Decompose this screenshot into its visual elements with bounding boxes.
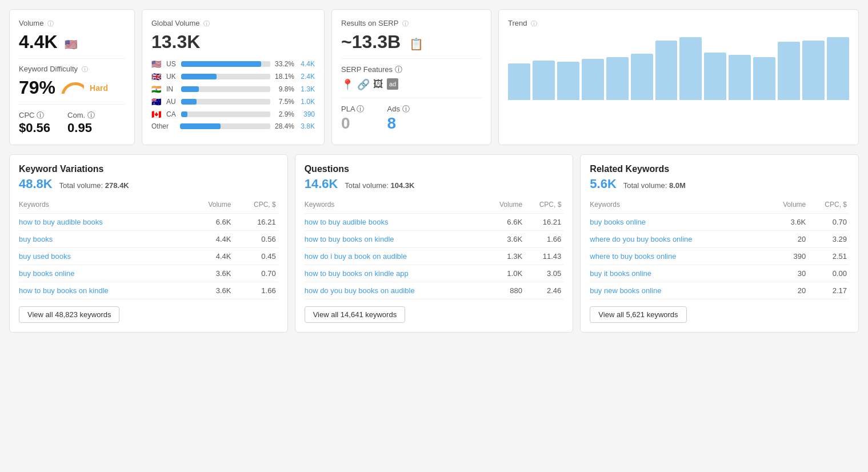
keyword-link[interactable]: how do you buy books on audible bbox=[305, 286, 415, 295]
trend-bar bbox=[582, 59, 604, 100]
table-row: how to buy audible books 6.6K 16.21 bbox=[19, 214, 278, 231]
kd-arc bbox=[61, 82, 84, 94]
country-code: AU bbox=[166, 98, 178, 106]
ads-value: 8 bbox=[387, 114, 409, 133]
questions-view-all-button[interactable]: View all 14,641 keywords bbox=[305, 306, 405, 323]
keyword-link[interactable]: buy books online bbox=[590, 218, 646, 226]
trend-info-icon[interactable]: ⓘ bbox=[531, 20, 537, 27]
keyword-link[interactable]: how to buy books on kindle bbox=[305, 235, 394, 243]
volume-cell: 4.4K bbox=[187, 231, 234, 248]
keyword-link[interactable]: where to buy books online bbox=[590, 252, 676, 261]
ads-info-icon[interactable]: ⓘ bbox=[402, 105, 410, 113]
trend-bar bbox=[557, 62, 579, 100]
trend-bar bbox=[704, 53, 726, 100]
country-flag: 🇦🇺 bbox=[151, 97, 163, 106]
com-info-icon[interactable]: ⓘ bbox=[87, 111, 95, 119]
volume-cell: 3.6K bbox=[485, 231, 525, 248]
keyword-link[interactable]: buy new books online bbox=[590, 286, 661, 295]
table-row: buy books 4.4K 0.56 bbox=[19, 231, 278, 248]
keyword-link[interactable]: buy books bbox=[19, 235, 53, 243]
cpc-cell: 3.29 bbox=[808, 231, 849, 248]
bar-fill bbox=[181, 74, 217, 79]
country-pct: 18.1% bbox=[274, 73, 294, 81]
ad-icon: ad bbox=[387, 78, 398, 90]
cpc-value: $0.56 bbox=[19, 121, 50, 135]
variations-total-value: 278.4K bbox=[105, 181, 129, 190]
keyword-link[interactable]: buy used books bbox=[19, 252, 71, 261]
other-bar-track bbox=[180, 123, 270, 129]
serp-features-label: SERP Features ⓘ bbox=[341, 65, 482, 75]
global-info-icon[interactable]: ⓘ bbox=[203, 20, 210, 27]
bar-track bbox=[181, 86, 270, 92]
keyword-link[interactable]: buy it books online bbox=[590, 269, 651, 278]
serp-info-icon[interactable]: ⓘ bbox=[402, 20, 409, 27]
keyword-link[interactable]: how to buy audible books bbox=[19, 218, 103, 226]
global-label: Global Volume ⓘ bbox=[151, 19, 315, 28]
questions-col-keywords: Keywords bbox=[305, 198, 485, 214]
volume-cell: 20 bbox=[766, 282, 808, 299]
other-row: Other 28.4% 3.8K bbox=[151, 122, 315, 130]
keyword-cell: how to buy audible books bbox=[19, 214, 187, 231]
volume-info-icon[interactable]: ⓘ bbox=[47, 20, 54, 27]
keyword-link[interactable]: where do you buy books online bbox=[590, 235, 692, 243]
serp-divider2 bbox=[341, 98, 482, 98]
pla-info-icon[interactable]: ⓘ bbox=[357, 105, 364, 113]
keyword-link[interactable]: how to buy books on kindle app bbox=[305, 269, 409, 278]
related-view-all-button[interactable]: View all 5,621 keywords bbox=[590, 306, 686, 323]
keyword-cell: buy books online bbox=[19, 265, 187, 282]
keyword-cell: how to buy books on kindle bbox=[19, 282, 187, 299]
cpc-cell: 1.66 bbox=[233, 282, 278, 299]
cpc-cell: 2.51 bbox=[808, 248, 849, 265]
related-col-keywords: Keywords bbox=[590, 198, 766, 214]
related-table: Keywords Volume CPC, $ buy books online … bbox=[590, 198, 849, 299]
country-code: IN bbox=[166, 85, 178, 93]
ads-item: Ads ⓘ 8 bbox=[387, 104, 409, 133]
cpc-info-icon[interactable]: ⓘ bbox=[37, 111, 44, 119]
serp-features-info-icon[interactable]: ⓘ bbox=[395, 65, 402, 74]
variations-title: Keyword Variations bbox=[19, 164, 278, 174]
trend-bar bbox=[827, 37, 849, 100]
variations-view-all-button[interactable]: View all 48,823 keywords bbox=[19, 306, 119, 323]
bar-fill bbox=[181, 111, 187, 117]
keyword-link[interactable]: how do i buy a book on audible bbox=[305, 252, 407, 261]
related-header: Related Keywords 5.6K Total volume: 8.0M bbox=[590, 164, 849, 191]
variations-header: Keyword Variations 48.8K Total volume: 2… bbox=[19, 164, 278, 191]
questions-total-value: 104.3K bbox=[391, 181, 415, 190]
cpc-cell: 1.66 bbox=[525, 231, 563, 248]
table-row: where to buy books online 390 2.51 bbox=[590, 248, 849, 265]
related-keywords-section: Related Keywords 5.6K Total volume: 8.0M… bbox=[580, 154, 859, 333]
image-icon: 🖼 bbox=[373, 78, 383, 91]
global-label-text: Global Volume bbox=[151, 19, 200, 27]
cpc-label-text: CPC bbox=[19, 111, 34, 119]
country-bar-item: 🇺🇸 US 33.2% 4.4K bbox=[151, 59, 315, 69]
related-total-value: 8.0M bbox=[669, 181, 686, 190]
keyword-link[interactable]: buy books online bbox=[19, 269, 75, 278]
keyword-cell: how to buy audible books bbox=[305, 214, 485, 231]
questions-section: Questions 14.6K Total volume: 104.3K Key… bbox=[295, 154, 574, 333]
kd-difficulty: Hard bbox=[90, 83, 108, 93]
cpc-item: CPC ⓘ $0.56 bbox=[19, 110, 50, 135]
bar-fill bbox=[181, 86, 199, 92]
keyword-link[interactable]: how to buy audible books bbox=[305, 218, 389, 226]
related-header-row: Keywords Volume CPC, $ bbox=[590, 198, 849, 214]
serp-number: ~13.3B bbox=[341, 31, 401, 52]
related-count: 5.6K bbox=[590, 177, 616, 191]
keyword-link[interactable]: how to buy books on kindle bbox=[19, 286, 109, 295]
related-total: Total volume: 8.0M bbox=[623, 181, 686, 190]
keyword-cell: where do you buy books online bbox=[590, 231, 766, 248]
volume-cell: 880 bbox=[485, 282, 525, 299]
other-pct: 28.4% bbox=[274, 122, 294, 130]
kd-info-icon[interactable]: ⓘ bbox=[82, 66, 88, 73]
volume-cell: 3.6K bbox=[187, 265, 234, 282]
cpc-cell: 0.00 bbox=[808, 265, 849, 282]
cpc-com-row: CPC ⓘ $0.56 Com. ⓘ 0.95 bbox=[19, 110, 125, 135]
keyword-cell: buy books bbox=[19, 231, 187, 248]
table-row: buy it books online 30 0.00 bbox=[590, 265, 849, 282]
bar-track bbox=[181, 99, 270, 105]
questions-total: Total volume: 104.3K bbox=[345, 181, 414, 190]
related-total-label: Total volume: bbox=[623, 181, 667, 190]
link-icon: 🔗 bbox=[357, 78, 370, 91]
pla-label: PLA ⓘ bbox=[341, 104, 364, 114]
com-value: 0.95 bbox=[67, 121, 95, 135]
country-pct: 7.5% bbox=[274, 98, 294, 106]
